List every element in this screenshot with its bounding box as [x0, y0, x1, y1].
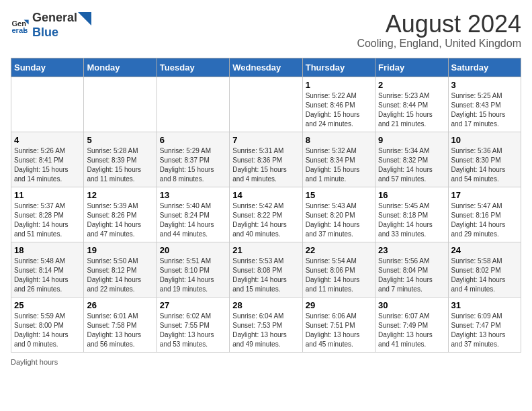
- day-number: 19: [87, 245, 153, 255]
- calendar-cell: 9Sunrise: 5:34 AM Sunset: 8:32 PM Daylig…: [375, 132, 448, 187]
- calendar-cell: 31Sunrise: 6:09 AM Sunset: 7:47 PM Dayli…: [448, 297, 521, 352]
- day-info: Sunrise: 5:59 AM Sunset: 8:00 PM Dayligh…: [14, 312, 81, 349]
- calendar-week-row: 18Sunrise: 5:48 AM Sunset: 8:14 PM Dayli…: [11, 242, 521, 297]
- day-number: 12: [87, 190, 153, 200]
- day-number: 2: [378, 80, 445, 90]
- day-number: 1: [306, 80, 372, 90]
- calendar-cell: [157, 77, 229, 132]
- calendar-week-row: 1Sunrise: 5:22 AM Sunset: 8:46 PM Daylig…: [11, 77, 521, 132]
- day-info: Sunrise: 5:22 AM Sunset: 8:46 PM Dayligh…: [306, 91, 372, 129]
- calendar-cell: 14Sunrise: 5:42 AM Sunset: 8:22 PM Dayli…: [230, 187, 302, 242]
- calendar-cell: [230, 77, 302, 132]
- calendar-cell: 20Sunrise: 5:51 AM Sunset: 8:10 PM Dayli…: [157, 242, 229, 297]
- day-number: 30: [378, 300, 445, 310]
- calendar-cell: 25Sunrise: 5:59 AM Sunset: 8:00 PM Dayli…: [11, 297, 84, 352]
- calendar-cell: 2Sunrise: 5:23 AM Sunset: 8:44 PM Daylig…: [375, 77, 448, 132]
- day-info: Sunrise: 5:31 AM Sunset: 8:36 PM Dayligh…: [232, 146, 299, 184]
- calendar-cell: 28Sunrise: 6:04 AM Sunset: 7:53 PM Dayli…: [230, 297, 302, 352]
- calendar-cell: 5Sunrise: 5:28 AM Sunset: 8:39 PM Daylig…: [84, 132, 157, 187]
- day-number: 23: [378, 245, 445, 255]
- calendar-day-header: Friday: [375, 58, 448, 77]
- calendar-cell: 26Sunrise: 6:01 AM Sunset: 7:58 PM Dayli…: [84, 297, 157, 352]
- calendar-cell: 15Sunrise: 5:43 AM Sunset: 8:20 PM Dayli…: [302, 187, 375, 242]
- day-info: Sunrise: 5:50 AM Sunset: 8:12 PM Dayligh…: [87, 257, 153, 294]
- logo-blue: Blue: [32, 26, 58, 39]
- day-number: 17: [451, 190, 518, 200]
- subtitle: Cooling, England, United Kingdom: [357, 38, 521, 50]
- calendar-day-header: Wednesday: [230, 58, 302, 77]
- day-info: Sunrise: 5:48 AM Sunset: 8:14 PM Dayligh…: [14, 257, 81, 294]
- day-info: Sunrise: 5:32 AM Sunset: 8:34 PM Dayligh…: [306, 146, 372, 184]
- calendar-cell: [84, 77, 157, 132]
- calendar-cell: 22Sunrise: 5:54 AM Sunset: 8:06 PM Dayli…: [302, 242, 375, 297]
- calendar-week-row: 4Sunrise: 5:26 AM Sunset: 8:41 PM Daylig…: [11, 132, 521, 187]
- day-number: 29: [306, 300, 372, 310]
- day-number: 4: [14, 135, 81, 145]
- calendar-cell: 16Sunrise: 5:45 AM Sunset: 8:18 PM Dayli…: [375, 187, 448, 242]
- calendar-header-row: SundayMondayTuesdayWednesdayThursdayFrid…: [11, 58, 521, 77]
- day-info: Sunrise: 5:40 AM Sunset: 8:24 PM Dayligh…: [160, 201, 226, 239]
- day-info: Sunrise: 5:53 AM Sunset: 8:08 PM Dayligh…: [232, 257, 299, 294]
- calendar-day-header: Saturday: [448, 58, 521, 77]
- day-info: Sunrise: 5:42 AM Sunset: 8:22 PM Dayligh…: [232, 201, 299, 239]
- day-number: 16: [378, 190, 445, 200]
- calendar-week-row: 11Sunrise: 5:37 AM Sunset: 8:28 PM Dayli…: [11, 187, 521, 242]
- day-info: Sunrise: 5:39 AM Sunset: 8:26 PM Dayligh…: [87, 201, 153, 239]
- day-number: 11: [14, 190, 81, 200]
- calendar-cell: 29Sunrise: 6:06 AM Sunset: 7:51 PM Dayli…: [302, 297, 375, 352]
- day-number: 31: [451, 300, 518, 310]
- logo: Gen eral B General Blue: [11, 11, 91, 40]
- calendar-cell: 13Sunrise: 5:40 AM Sunset: 8:24 PM Dayli…: [157, 187, 229, 242]
- calendar-cell: 11Sunrise: 5:37 AM Sunset: 8:28 PM Dayli…: [11, 187, 84, 242]
- day-info: Sunrise: 5:51 AM Sunset: 8:10 PM Dayligh…: [160, 257, 226, 294]
- calendar-cell: 27Sunrise: 6:02 AM Sunset: 7:55 PM Dayli…: [157, 297, 229, 352]
- day-info: Sunrise: 5:25 AM Sunset: 8:43 PM Dayligh…: [451, 91, 518, 129]
- day-number: 20: [160, 245, 226, 255]
- day-info: Sunrise: 5:28 AM Sunset: 8:39 PM Dayligh…: [87, 146, 153, 184]
- day-number: 22: [306, 245, 372, 255]
- day-number: 25: [14, 300, 81, 310]
- calendar-cell: 6Sunrise: 5:29 AM Sunset: 8:37 PM Daylig…: [157, 132, 229, 187]
- svg-marker-4: [78, 12, 91, 26]
- day-info: Sunrise: 5:23 AM Sunset: 8:44 PM Dayligh…: [378, 91, 445, 129]
- calendar-cell: 10Sunrise: 5:36 AM Sunset: 8:30 PM Dayli…: [448, 132, 521, 187]
- day-number: 10: [451, 135, 518, 145]
- day-info: Sunrise: 5:43 AM Sunset: 8:20 PM Dayligh…: [306, 201, 372, 239]
- calendar-week-row: 25Sunrise: 5:59 AM Sunset: 8:00 PM Dayli…: [11, 297, 521, 352]
- day-info: Sunrise: 5:37 AM Sunset: 8:28 PM Dayligh…: [14, 201, 81, 239]
- calendar-cell: 18Sunrise: 5:48 AM Sunset: 8:14 PM Dayli…: [11, 242, 84, 297]
- day-info: Sunrise: 5:36 AM Sunset: 8:30 PM Dayligh…: [451, 146, 518, 184]
- day-info: Sunrise: 5:29 AM Sunset: 8:37 PM Dayligh…: [160, 146, 226, 184]
- day-number: 3: [451, 80, 518, 90]
- header: Gen eral B General Blue August 2024 Cool…: [11, 11, 521, 50]
- day-info: Sunrise: 5:58 AM Sunset: 8:02 PM Dayligh…: [451, 257, 518, 294]
- logo-triangle-icon: [78, 12, 91, 26]
- day-number: 15: [306, 190, 372, 200]
- day-number: 8: [306, 135, 372, 145]
- day-number: 13: [160, 190, 226, 200]
- day-info: Sunrise: 5:54 AM Sunset: 8:06 PM Dayligh…: [306, 257, 372, 294]
- footer-note: Daylight hours: [11, 358, 521, 366]
- logo-icon: Gen eral B: [11, 16, 30, 35]
- day-number: 14: [232, 190, 299, 200]
- day-number: 6: [160, 135, 226, 145]
- calendar-cell: 21Sunrise: 5:53 AM Sunset: 8:08 PM Dayli…: [230, 242, 302, 297]
- day-info: Sunrise: 5:34 AM Sunset: 8:32 PM Dayligh…: [378, 146, 445, 184]
- calendar-table: SundayMondayTuesdayWednesdayThursdayFrid…: [11, 58, 521, 353]
- day-info: Sunrise: 6:09 AM Sunset: 7:47 PM Dayligh…: [451, 312, 518, 349]
- day-number: 21: [232, 245, 299, 255]
- day-info: Sunrise: 5:47 AM Sunset: 8:16 PM Dayligh…: [451, 201, 518, 239]
- day-info: Sunrise: 5:45 AM Sunset: 8:18 PM Dayligh…: [378, 201, 445, 239]
- day-number: 7: [232, 135, 299, 145]
- calendar-cell: 4Sunrise: 5:26 AM Sunset: 8:41 PM Daylig…: [11, 132, 84, 187]
- calendar-cell: 12Sunrise: 5:39 AM Sunset: 8:26 PM Dayli…: [84, 187, 157, 242]
- day-number: 9: [378, 135, 445, 145]
- calendar-cell: 30Sunrise: 6:07 AM Sunset: 7:49 PM Dayli…: [375, 297, 448, 352]
- calendar-cell: 19Sunrise: 5:50 AM Sunset: 8:12 PM Dayli…: [84, 242, 157, 297]
- calendar-cell: 3Sunrise: 5:25 AM Sunset: 8:43 PM Daylig…: [448, 77, 521, 132]
- day-info: Sunrise: 6:01 AM Sunset: 7:58 PM Dayligh…: [87, 312, 153, 349]
- svg-text:B: B: [23, 27, 28, 34]
- day-info: Sunrise: 5:56 AM Sunset: 8:04 PM Dayligh…: [378, 257, 445, 294]
- day-number: 28: [232, 300, 299, 310]
- day-number: 26: [87, 300, 153, 310]
